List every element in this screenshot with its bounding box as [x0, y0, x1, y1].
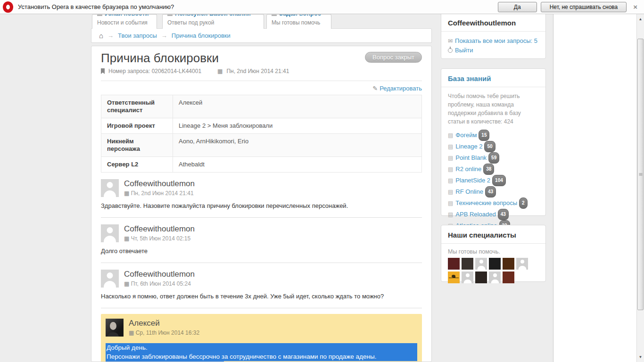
staff-reply: Алексей ▦ Ср, 11th Июн 2014 16:32 Добрый…	[101, 314, 422, 362]
breadcrumb-my-requests[interactable]: Твои запросы	[118, 32, 157, 39]
home-icon[interactable]: ⌂	[99, 32, 103, 40]
specialist-avatar[interactable]	[503, 272, 514, 283]
field-label: Игровой проект	[101, 118, 173, 134]
comment-date: Пн, 2nd Июн 2014 21:41	[131, 190, 194, 197]
kb-item-apb[interactable]: ▤APB Reloaded43	[448, 209, 539, 220]
kb-item-technical[interactable]: ▤Технические вопросы2	[448, 197, 539, 209]
count-badge: 59	[488, 152, 499, 164]
field-value: Aono, ArnHikikomori, Erio	[173, 134, 422, 157]
yes-button[interactable]: Да	[498, 2, 537, 12]
knowledge-base-description: Чтобы помочь тебе решить проблему, наша …	[441, 87, 545, 127]
field-label: Сервер L2	[101, 157, 173, 173]
user-panel: Coffeewithoutlemon ✉Показать все мои зап…	[441, 7, 546, 59]
breadcrumb-separator: →	[161, 32, 167, 39]
comment: Coffeewithoutlemon ▦ Чт, 5th Июн 2014 02…	[101, 218, 422, 263]
power-icon	[448, 48, 453, 53]
ticket-fields-table: Ответственный специалист Алексей Игровой…	[101, 95, 422, 173]
scroll-up-icon[interactable]: ▲	[637, 15, 644, 23]
specialist-avatar[interactable]	[503, 258, 514, 270]
staff-author: Алексей	[129, 319, 199, 328]
calendar-icon: ▦	[124, 190, 129, 197]
page-title: Причина блокировки	[101, 50, 219, 66]
logout-link[interactable]: Выйти	[448, 46, 539, 55]
specialists-title: Наши специалисты	[441, 225, 545, 244]
comment-author: Coffeewithoutlemon	[124, 270, 195, 279]
tab-news[interactable]: Узнай новости Новости и события	[92, 14, 157, 29]
kb-item-rfonline[interactable]: ▤RF Online43	[448, 186, 539, 197]
kb-item-fogame[interactable]: ▤Фогейм15	[448, 130, 539, 141]
drawer-icon: ▤	[448, 211, 453, 218]
show-all-requests-link[interactable]: ✉Показать все мои запросы: 5	[448, 36, 539, 46]
tab-ask-question[interactable]: Задай вопрос Мы готовы помочь	[266, 14, 331, 29]
scrollbar-thumb[interactable]	[637, 39, 644, 310]
specialist-avatar[interactable]	[462, 272, 473, 283]
specialist-avatar[interactable]	[462, 258, 473, 270]
specialists-subtitle: Мы готовы помочь.	[441, 244, 545, 257]
field-value: Алексей	[173, 95, 422, 118]
tab-knowledge-base[interactable]: Пользуйся Базой знаний Ответы под рукой	[162, 14, 264, 29]
tab-news-subtitle: Новости и события	[97, 19, 152, 26]
vertical-scrollbar[interactable]: ▲ ▼	[636, 14, 644, 362]
specialist-avatar[interactable]	[489, 272, 501, 283]
drawer-icon: ▤	[448, 132, 453, 139]
count-badge: 2	[519, 197, 528, 209]
user-name: Coffeewithoutlemon	[441, 19, 545, 32]
comment: Coffeewithoutlemon ▦ Пн, 2nd Июн 2014 21…	[101, 173, 422, 218]
kb-item-lineage2[interactable]: ▤Lineage 250	[448, 141, 539, 152]
table-row: Никнейм персонажа Aono, ArnHikikomori, E…	[101, 134, 422, 157]
specialist-avatar[interactable]	[448, 258, 460, 270]
edit-button[interactable]: ✎Редактировать	[372, 85, 422, 92]
specialists-avatars	[441, 257, 545, 289]
comment-date: Чт, 5th Июн 2014 02:15	[131, 235, 191, 242]
status-badge: Вопрос закрыт	[365, 52, 422, 63]
drawer-icon: ▤	[448, 200, 453, 206]
comment-text: Насколько я помню, ответ должен быть в т…	[101, 292, 422, 300]
pencil-icon: ✎	[372, 85, 378, 92]
ask-icon	[272, 15, 277, 16]
field-label: Ответственный специалист	[101, 95, 173, 118]
ticket-created-date: Пн, 2nd Июн 2014 21:41	[226, 68, 289, 74]
opera-logo-icon	[3, 1, 13, 13]
drawer-icon: ▤	[448, 189, 453, 195]
specialist-avatar[interactable]	[489, 258, 501, 270]
comment-text: Долго отвечаете	[101, 247, 422, 255]
specialist-avatar[interactable]	[448, 272, 460, 283]
calendar-icon: ▦	[124, 235, 129, 242]
specialist-avatar[interactable]	[475, 258, 487, 270]
count-badge: 43	[485, 186, 496, 197]
bookmark-icon	[101, 68, 105, 74]
specialist-avatar[interactable]	[516, 258, 528, 270]
close-icon[interactable]: ×	[630, 3, 640, 11]
specialist-avatar[interactable]	[475, 272, 487, 283]
calendar-icon: ▦	[124, 280, 129, 287]
breadcrumb: ⌂ → Твои запросы → Причина блокировки	[91, 28, 432, 43]
staff-reply-text-selected: Добрый день. Персонажи заблокированы бес…	[106, 343, 417, 362]
breadcrumb-separator: →	[107, 32, 114, 39]
tab-ask-subtitle: Мы готовы помочь	[272, 19, 326, 26]
breadcrumb-current-page[interactable]: Причина блокировки	[172, 32, 231, 39]
drawer-icon: ▤	[448, 143, 453, 150]
knowledge-base-title: База знаний	[441, 69, 545, 87]
count-badge: 15	[479, 130, 489, 141]
no-dont-ask-button[interactable]: Нет, не спрашивать снова	[541, 2, 627, 12]
kb-item-planetside2[interactable]: ▤PlanetSide 2104	[448, 175, 539, 186]
tab-ask-title: Задай вопрос	[279, 15, 321, 17]
specialists-panel: Наши специалисты Мы готовы помочь.	[441, 225, 546, 282]
calendar-icon: ▦	[129, 329, 134, 336]
field-value: Athebaldt	[173, 157, 422, 173]
avatar	[101, 224, 119, 242]
tab-kb-title: Пользуйся Базой знаний	[175, 15, 251, 17]
comment-text: Здравствуйте. Назовите пожалуйста причин…	[101, 202, 422, 210]
ticket-number: Номер запроса: 02062014-LK44001	[108, 68, 201, 74]
kb-item-r2online[interactable]: ▤R2 online38	[448, 164, 539, 175]
comment-author: Coffeewithoutlemon	[124, 224, 195, 234]
staff-date: Ср, 11th Июн 2014 16:32	[136, 329, 199, 336]
selected-line: Добрый день.	[106, 343, 417, 352]
count-badge: 38	[483, 164, 494, 175]
count-badge: 50	[484, 141, 495, 152]
scroll-down-icon[interactable]: ▼	[637, 353, 644, 361]
drawer-icon: ▤	[448, 177, 453, 184]
kb-item-pointblank[interactable]: ▤Point Blank59	[448, 152, 539, 164]
staff-avatar	[106, 319, 124, 337]
scrollbar-grip	[639, 173, 642, 176]
